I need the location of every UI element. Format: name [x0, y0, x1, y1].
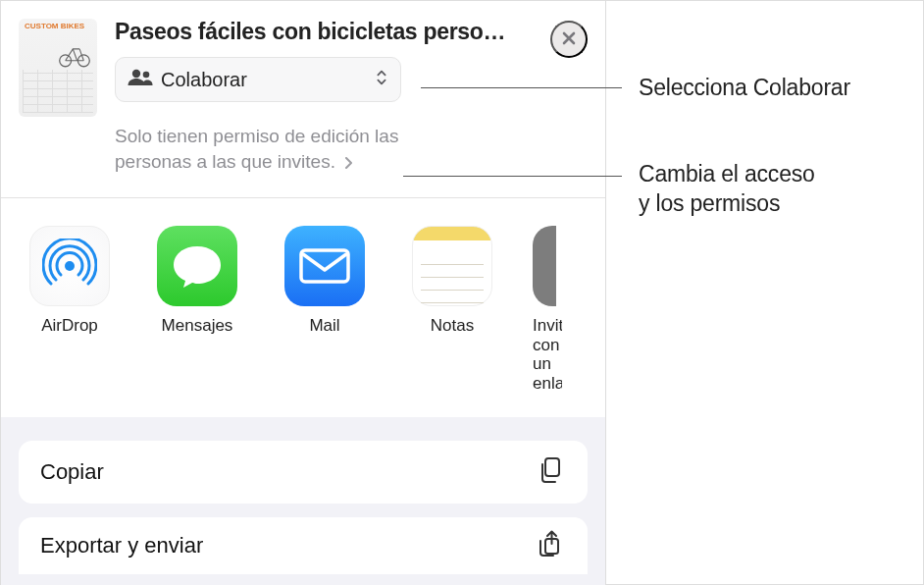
airdrop-icon: [29, 226, 110, 306]
app-label: Invitar con un enlace: [533, 316, 562, 393]
share-app-mail[interactable]: Mail: [278, 226, 372, 393]
action-export[interactable]: Exportar y enviar: [19, 517, 588, 574]
people-icon: [128, 69, 153, 90]
app-label: AirDrop: [23, 316, 117, 336]
share-app-airdrop[interactable]: AirDrop: [23, 226, 117, 393]
share-sheet: CUSTOM BIKES Paseos fáciles con biciclet…: [1, 1, 606, 585]
action-label: Copiar: [40, 459, 104, 485]
action-label: Exportar y enviar: [40, 533, 203, 558]
share-apps-row: AirDrop Mensajes Mail: [1, 198, 605, 393]
svg-rect-5: [301, 250, 348, 282]
mail-icon: [284, 226, 365, 306]
app-label: Notas: [405, 316, 499, 336]
share-app-invite-link[interactable]: Invitar con un enlace: [533, 226, 572, 393]
actions-list: Copiar Exportar y enviar: [1, 417, 605, 586]
link-icon: [533, 226, 556, 306]
action-copy[interactable]: Copiar: [19, 441, 588, 504]
share-app-notes[interactable]: Notas: [405, 226, 499, 393]
share-app-messages[interactable]: Mensajes: [150, 226, 244, 393]
permission-text: Solo tienen permiso de edición las perso…: [115, 126, 398, 172]
chevron-right-icon: [344, 150, 352, 176]
notes-icon: [412, 226, 492, 306]
messages-icon: [157, 226, 237, 306]
document-thumbnail: CUSTOM BIKES: [19, 19, 97, 117]
callout-line: [403, 176, 622, 177]
updown-chevron-icon: [375, 69, 388, 90]
permission-note[interactable]: Solo tienen permiso de edición las perso…: [115, 124, 468, 176]
app-label: Mensajes: [150, 316, 244, 336]
callout-select-collaborate: Selecciona Colaborar: [639, 74, 850, 103]
collaborate-dropdown[interactable]: Colaborar: [115, 57, 401, 102]
svg-rect-6: [545, 458, 559, 476]
svg-point-3: [143, 72, 150, 79]
callout-line: [421, 87, 622, 88]
document-title: Paseos fáciles con bicicletas perso…: [115, 19, 588, 45]
dropdown-label: Colaborar: [161, 69, 375, 91]
svg-point-4: [65, 261, 75, 271]
callout-change-access: Cambia el acceso y los permisos: [639, 160, 815, 219]
copy-icon: [537, 455, 566, 489]
svg-point-2: [132, 70, 140, 78]
share-icon: [537, 529, 566, 562]
app-label: Mail: [278, 316, 372, 336]
